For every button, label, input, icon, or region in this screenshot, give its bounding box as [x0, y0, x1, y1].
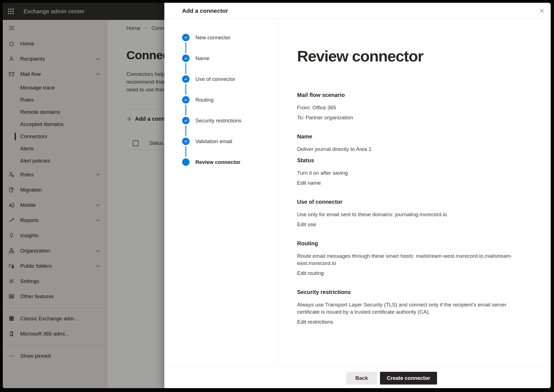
- back-button[interactable]: Back: [346, 372, 377, 385]
- section-text: Turn it on after saving: [297, 169, 519, 177]
- edit-use-link[interactable]: Edit use: [297, 221, 316, 228]
- step-complete-icon: [182, 55, 190, 62]
- step-name[interactable]: Name: [182, 55, 278, 75]
- step-complete-icon: [182, 96, 190, 104]
- edit-restrictions-link[interactable]: Edit restrictions: [297, 318, 333, 326]
- section-heading: Security restrictions: [297, 288, 519, 296]
- step-validation-email[interactable]: Validation email: [182, 138, 278, 158]
- step-review-connector[interactable]: Review connector: [182, 158, 278, 179]
- modal-header: Add a connector: [164, 3, 551, 19]
- section-status: Status Turn it on after saving Edit name: [297, 157, 519, 187]
- modal-body: New connector Name Use of connector Rout…: [164, 19, 551, 366]
- step-security-restrictions[interactable]: Security restrictions: [182, 117, 278, 138]
- section-security-restrictions: Security restrictions Always use Transpo…: [297, 288, 519, 326]
- section-text: Use only for email sent to these domains…: [297, 211, 519, 218]
- section-text: To: Partner organization: [297, 114, 519, 121]
- step-complete-icon: [182, 75, 190, 83]
- step-complete-icon: [182, 138, 190, 145]
- section-heading: Mail flow scenario: [297, 91, 519, 99]
- section-heading: Status: [297, 157, 519, 164]
- section-text: Deliver journal directly to Area 1: [297, 146, 519, 153]
- edit-routing-link[interactable]: Edit routing: [297, 270, 324, 277]
- section-routing: Routing Route email messages through the…: [297, 240, 519, 277]
- section-use-of-connector: Use of connector Use only for email sent…: [297, 198, 519, 228]
- modal-title: Add a connector: [182, 7, 228, 14]
- modal-footer: Back Create connector: [164, 366, 551, 388]
- step-complete-icon: [182, 117, 190, 124]
- step-complete-icon: [182, 34, 190, 41]
- edit-name-link[interactable]: Edit name: [297, 179, 321, 187]
- section-text: From: Office 365: [297, 104, 519, 111]
- section-text: Always use Transport Layer Security (TLS…: [297, 301, 519, 316]
- review-heading: Review connector: [297, 48, 540, 65]
- section-heading: Use of connector: [297, 198, 519, 205]
- create-connector-button[interactable]: Create connector: [380, 372, 437, 385]
- section-name: Name Deliver journal directly to Area 1: [297, 133, 519, 153]
- section-text: Route email messages through these smart…: [297, 252, 519, 267]
- wizard-steps: New connector Name Use of connector Rout…: [164, 19, 278, 366]
- review-panel: Review connector Mail flow scenario From…: [278, 19, 551, 366]
- app-window: Exchange admin center Home Recipients Ma…: [3, 3, 551, 388]
- step-new-connector[interactable]: New connector: [182, 34, 278, 55]
- step-use-of-connector[interactable]: Use of connector: [182, 75, 278, 96]
- section-heading: Routing: [297, 240, 519, 247]
- close-icon[interactable]: [537, 6, 546, 15]
- section-heading: Name: [297, 133, 519, 140]
- add-connector-modal: Add a connector New connector Name: [164, 3, 551, 388]
- step-routing[interactable]: Routing: [182, 96, 278, 117]
- step-current-icon: [182, 158, 190, 166]
- section-mail-flow-scenario: Mail flow scenario From: Office 365 To: …: [297, 91, 519, 121]
